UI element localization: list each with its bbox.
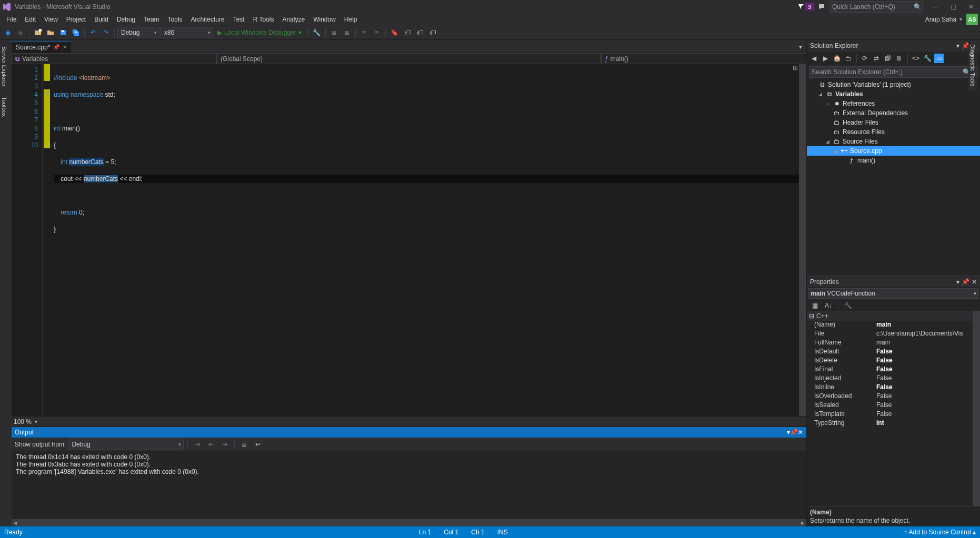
tree-item[interactable]: ◢⧉Variables — [807, 89, 980, 99]
se-code-icon[interactable]: <> — [911, 54, 921, 63]
tb-icon-4[interactable]: ≡ — [358, 27, 370, 38]
chevron-down-icon[interactable]: ▼ — [958, 17, 963, 22]
property-row[interactable]: FullNamemain — [807, 339, 980, 348]
properties-object-dropdown[interactable]: main VCCodeFunction▾ — [808, 288, 979, 299]
redo-button[interactable]: ↷ — [100, 27, 112, 38]
tb-icon-2[interactable]: ≣ — [328, 27, 340, 38]
menu-build[interactable]: Build — [90, 14, 113, 25]
undo-button[interactable]: ↶ — [87, 27, 99, 38]
close-icon[interactable]: ✕ — [972, 278, 977, 286]
output-icon-3[interactable]: ⇥ — [219, 439, 231, 450]
source-control-button[interactable]: ↑ Add to Source Control ▴ — [904, 529, 976, 536]
menu-architecture[interactable]: Architecture — [187, 14, 229, 25]
menu-help[interactable]: Help — [340, 14, 362, 25]
nav-forward-button[interactable]: ◉ — [15, 27, 26, 38]
nav-scope-dropdown[interactable]: (Global Scope) — [217, 53, 601, 64]
editor-scrollbar[interactable] — [799, 64, 806, 416]
solution-explorer-tree[interactable]: ⧉Solution 'Variables' (1 project)◢⧉Varia… — [807, 79, 980, 276]
output-icon-2[interactable]: ⇤ — [205, 439, 217, 450]
solution-explorer-header[interactable]: Solution Explorer ▾ 📌 ✕ — [807, 40, 980, 52]
properties-header[interactable]: Properties ▾ 📌 ✕ — [807, 276, 980, 287]
output-source-dropdown[interactable]: Debug — [68, 439, 184, 450]
server-explorer-tab[interactable]: Server Explorer — [0, 42, 12, 90]
window-position-icon[interactable]: ▾ — [956, 278, 959, 286]
menu-team[interactable]: Team — [139, 14, 163, 25]
start-debug-button[interactable]: ▶ Local Windows Debugger ▾ — [214, 29, 305, 36]
property-row[interactable]: IsDeleteFalse — [807, 357, 980, 366]
window-position-icon[interactable]: ▾ — [956, 42, 959, 49]
tb-icon-5[interactable]: ≡ — [371, 27, 383, 38]
output-scrollbar[interactable]: ◂▸ — [12, 519, 806, 526]
save-button[interactable] — [57, 27, 69, 38]
se-home-icon[interactable]: 🏠 — [832, 54, 842, 63]
config-dropdown[interactable]: Debug — [117, 27, 159, 38]
menu-tools[interactable]: Tools — [164, 14, 187, 25]
menu-file[interactable]: File — [2, 14, 21, 25]
toolbox-tab[interactable]: Toolbox — [0, 93, 12, 121]
tree-item[interactable]: ◢🗀Source Files — [807, 137, 980, 146]
tb-icon-9[interactable]: 🏷 — [427, 27, 438, 38]
code-editor[interactable]: 1 2 3 4 5 6 7 8 9 10 ⊟ #include <iostrea… — [12, 64, 806, 416]
menu-window[interactable]: Window — [309, 14, 340, 25]
pin-icon[interactable]: 📌 — [962, 278, 969, 286]
se-refresh-icon[interactable]: ⟳ — [860, 54, 869, 63]
se-files-icon[interactable]: 🗎 — [895, 54, 904, 63]
se-fwd-icon[interactable]: ▶ — [821, 54, 830, 63]
tab-overflow-icon[interactable]: ▾ — [795, 41, 806, 53]
close-button[interactable]: ✕ — [964, 1, 978, 13]
property-row[interactable]: Filec:\Users\anup1\Documents\Vis — [807, 330, 980, 339]
save-all-button[interactable] — [70, 27, 82, 38]
category-cpp[interactable]: ⊟C++ — [807, 311, 980, 321]
tree-item[interactable]: ◢++Source.cpp — [807, 146, 980, 156]
menu-view[interactable]: View — [40, 14, 62, 25]
prop-pages-icon[interactable]: 🔧 — [842, 300, 854, 311]
solution-explorer-search[interactable]: Search Solution Explorer (Ctrl+;) 🔍 ▾ — [809, 66, 978, 78]
tree-item[interactable]: 🗀External Dependencies — [807, 108, 980, 118]
tb-icon-3[interactable]: ≣ — [341, 27, 353, 38]
menu-edit[interactable]: Edit — [21, 14, 40, 25]
diagnostic-tools-tab[interactable]: Diagnostic Tools — [968, 40, 977, 90]
tb-icon-8[interactable]: 🏷 — [414, 27, 426, 38]
property-row[interactable]: IsFinalFalse — [807, 366, 980, 374]
se-collapse-icon[interactable]: ⇄ — [872, 54, 881, 63]
platform-dropdown[interactable]: x86 — [161, 27, 213, 38]
output-text[interactable]: The thread 0x1c14 has exited with code 0… — [12, 451, 806, 519]
new-project-button[interactable] — [32, 27, 44, 38]
tree-item[interactable]: ⧉Solution 'Variables' (1 project) — [807, 80, 980, 89]
output-icon-1[interactable]: ⇥ — [192, 439, 203, 450]
property-row[interactable]: IsSealedFalse — [807, 401, 980, 410]
tree-item[interactable]: ƒmain() — [807, 156, 980, 165]
quick-launch-input[interactable]: Quick Launch (Ctrl+Q) 🔍 — [829, 1, 924, 13]
property-row[interactable]: TypeStringint — [807, 419, 980, 428]
feedback-icon[interactable] — [818, 3, 825, 11]
output-clear-icon[interactable]: ≣ — [238, 439, 250, 450]
properties-grid[interactable]: ⊟C++ (Name)mainFilec:\Users\anup1\Docume… — [807, 311, 980, 506]
alphabetical-icon[interactable]: A↓ — [823, 300, 834, 311]
tb-icon-1[interactable]: 🔧 — [311, 27, 323, 38]
open-file-button[interactable] — [45, 27, 56, 38]
document-tab-source[interactable]: Source.cpp* 📌 ✕ — [12, 41, 71, 53]
tb-icon-7[interactable]: 🏷 — [402, 27, 413, 38]
property-row[interactable]: IsInlineFalse — [807, 383, 980, 392]
minimize-button[interactable]: ─ — [928, 1, 942, 13]
output-wrap-icon[interactable]: ↩ — [252, 439, 264, 450]
menu-debug[interactable]: Debug — [113, 14, 139, 25]
pin-icon[interactable]: 📌 — [53, 44, 59, 50]
close-panel-icon[interactable]: ✕ — [798, 429, 803, 436]
nav-back-button[interactable]: ◉ — [2, 27, 14, 38]
property-row[interactable]: IsOverloadedFalse — [807, 392, 980, 401]
se-preview-icon[interactable]: ▭ — [934, 54, 944, 63]
tree-item[interactable]: 🗀Header Files — [807, 118, 980, 127]
tree-item[interactable]: 🗀Resource Files — [807, 127, 980, 137]
property-row[interactable]: IsInjectedFalse — [807, 374, 980, 383]
menu-test[interactable]: Test — [229, 14, 249, 25]
property-row[interactable]: IsTemplateFalse — [807, 410, 980, 419]
menu-rtools[interactable]: R Tools — [249, 14, 278, 25]
user-name-label[interactable]: Anup Saha — [925, 16, 956, 23]
se-props-icon[interactable]: 🔧 — [923, 54, 932, 63]
se-showall-icon[interactable]: 🗐 — [883, 54, 893, 63]
zoom-dropdown-icon[interactable]: ▾ — [35, 419, 37, 424]
menu-analyze[interactable]: Analyze — [278, 14, 309, 25]
nav-project-dropdown[interactable]: ⧉Variables — [12, 53, 217, 64]
output-header[interactable]: Output ▾ 📌 ✕ — [12, 427, 806, 438]
